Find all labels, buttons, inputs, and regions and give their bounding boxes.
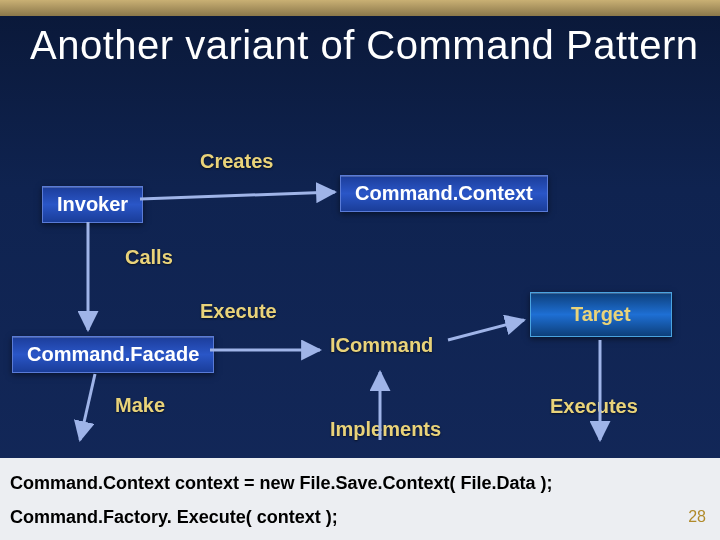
svg-line-4	[448, 320, 524, 340]
code-line-2: Command.Factory. Execute( context );	[10, 500, 710, 534]
label-creates: Creates	[200, 150, 273, 173]
box-invoker: Invoker	[42, 186, 143, 223]
label-executes: Executes	[550, 395, 638, 418]
label-calls: Calls	[125, 246, 173, 269]
top-accent-bar	[0, 0, 720, 16]
box-command-facade: Command.Facade	[12, 336, 214, 373]
label-execute: Execute	[200, 300, 277, 323]
code-line-1: Command.Context context = new File.Save.…	[10, 466, 710, 500]
slide-number: 28	[688, 502, 706, 532]
label-icommand: ICommand	[330, 334, 433, 357]
box-target: Target	[530, 292, 672, 337]
code-block: Command.Context context = new File.Save.…	[0, 458, 720, 540]
svg-line-3	[80, 374, 95, 440]
svg-line-0	[140, 192, 335, 199]
label-make: Make	[115, 394, 165, 417]
label-implements: Implements	[330, 418, 441, 441]
slide-title: Another variant of Command Pattern	[30, 24, 698, 66]
box-command-context: Command.Context	[340, 175, 548, 212]
